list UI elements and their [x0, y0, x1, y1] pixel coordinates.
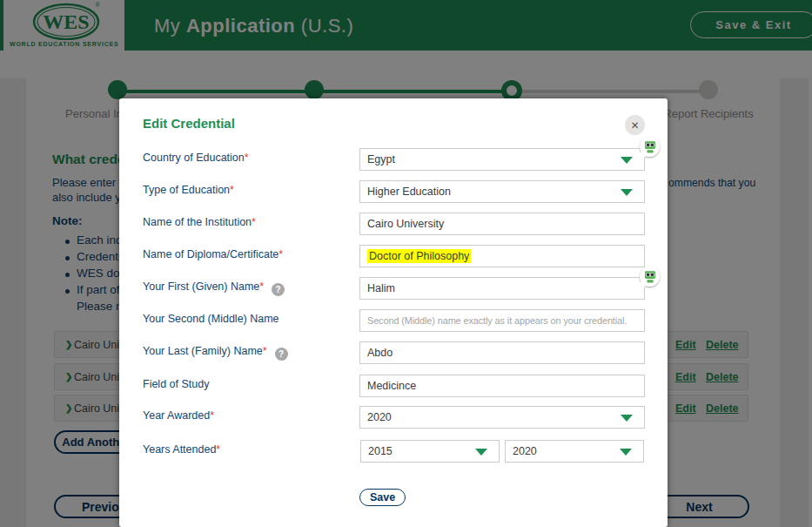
field-value: Abdo — [367, 347, 393, 359]
field-label: Your First (Given) Name*? — [143, 280, 285, 296]
field-select[interactable]: Egypt — [359, 148, 645, 171]
field-label: Year Awarded* — [143, 409, 214, 422]
field-select[interactable]: Higher Education — [359, 180, 645, 203]
edit-credential-modal: Edit Credential ✕ Country of Education*E… — [119, 98, 668, 527]
field-select[interactable]: 2020 — [359, 406, 645, 429]
field-label: Name of Diploma/Certificate* — [143, 248, 283, 260]
field-label: Your Second (Middle) Name — [143, 313, 279, 325]
roboform-icon[interactable] — [640, 267, 660, 287]
field-input[interactable]: Abdo — [359, 341, 645, 364]
chevron-down-icon — [621, 415, 633, 422]
field-value: Egypt — [367, 153, 395, 166]
field-value: 2020 — [367, 411, 392, 423]
field-input[interactable]: Second (Middle) name exactly as it appea… — [359, 309, 645, 332]
field-label: Type of Education* — [143, 184, 234, 196]
chevron-down-icon — [620, 449, 632, 456]
chevron-down-icon — [475, 449, 487, 456]
field-select[interactable]: 2015 — [360, 440, 500, 463]
field-input[interactable]: Medicince — [359, 375, 645, 397]
field-value: Halim — [367, 282, 395, 294]
chevron-down-icon — [621, 189, 633, 196]
roboform-icon[interactable] — [640, 137, 660, 157]
field-value: 2015 — [368, 445, 393, 457]
field-placeholder: Second (Middle) name exactly as it appea… — [367, 315, 627, 326]
field-label: Years Attended* — [143, 443, 220, 456]
help-icon[interactable]: ? — [272, 283, 285, 296]
field-label: Name of the Institution* — [143, 216, 256, 228]
field-value: Medicince — [367, 380, 416, 392]
field-select[interactable]: 2020 — [505, 440, 644, 463]
modal-title: Edit Credential — [143, 116, 235, 131]
save-button[interactable]: Save — [359, 489, 406, 506]
field-value: Doctor of Philosophy — [367, 249, 471, 263]
field-value: 2020 — [513, 445, 537, 457]
field-label: Country of Education* — [143, 152, 249, 164]
field-input[interactable]: Cairo University — [359, 213, 645, 235]
field-value: Higher Education — [367, 186, 451, 198]
field-label: Field of Study — [143, 378, 209, 390]
chevron-down-icon — [621, 157, 633, 164]
help-icon[interactable]: ? — [275, 348, 288, 361]
field-label: Your Last (Family) Name*? — [143, 345, 288, 361]
field-value: Cairo University — [367, 218, 444, 230]
field-input[interactable]: Halim — [359, 277, 645, 300]
close-icon[interactable]: ✕ — [625, 115, 645, 135]
field-input[interactable]: Doctor of Philosophy — [359, 245, 645, 267]
